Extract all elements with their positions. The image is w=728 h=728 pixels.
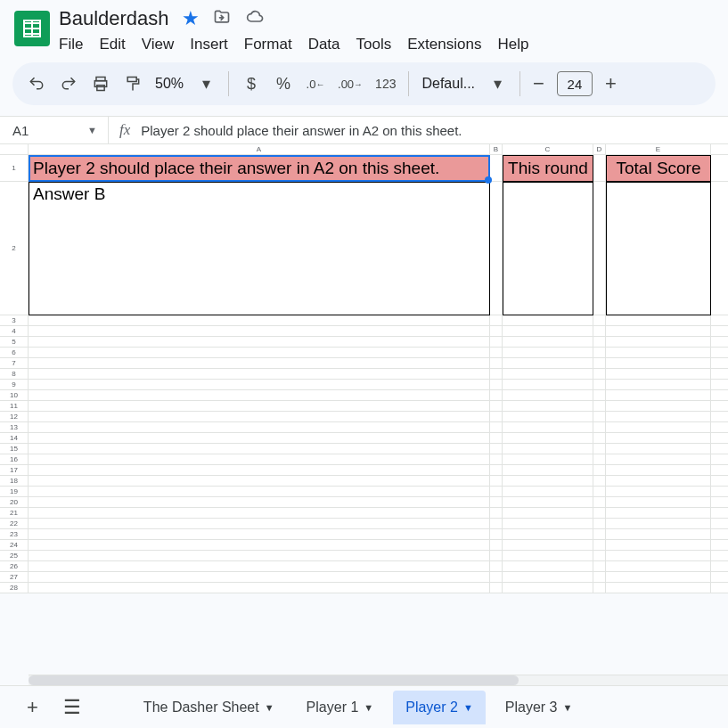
cell-r21-c1[interactable] <box>490 508 503 519</box>
font-family-select[interactable]: Defaul... <box>421 76 475 92</box>
cell-r7-c1[interactable] <box>490 358 503 369</box>
cell-r17-c5[interactable] <box>711 465 728 476</box>
cell-r25-c3[interactable] <box>593 551 606 561</box>
cell-r17-c2[interactable] <box>503 465 593 476</box>
cell-r10-c4[interactable] <box>606 390 711 401</box>
cell-r27-c2[interactable] <box>503 572 593 583</box>
row-header-9[interactable]: 9 <box>0 380 29 390</box>
increase-font-size-button[interactable]: + <box>605 72 617 95</box>
row-header-15[interactable]: 15 <box>0 444 29 454</box>
cell-r27-c3[interactable] <box>593 572 606 583</box>
cell-r8-c2[interactable] <box>503 369 593 380</box>
cell-r14-c2[interactable] <box>503 433 593 444</box>
cell-r9-c1[interactable] <box>490 380 503 390</box>
row-header-3[interactable]: 3 <box>0 315 29 326</box>
menu-extensions[interactable]: Extensions <box>407 36 481 53</box>
cell-r11-c5[interactable] <box>711 401 728 412</box>
increase-decimal-button[interactable]: .00→ <box>338 78 363 91</box>
cell-r19-c4[interactable] <box>606 487 711 497</box>
cell-r17-c4[interactable] <box>606 465 711 476</box>
cell-r3-c5[interactable] <box>711 315 728 326</box>
spreadsheet-grid[interactable]: A B C D E 1 2 34567891011121314151617181… <box>0 144 728 593</box>
menu-insert[interactable]: Insert <box>190 36 228 53</box>
cell-r16-c4[interactable] <box>606 454 711 465</box>
cell-r12-c4[interactable] <box>606 412 711 422</box>
cell-r13-c1[interactable] <box>490 422 503 433</box>
cell-r23-c5[interactable] <box>711 529 728 540</box>
cell-B2[interactable] <box>490 182 503 315</box>
cell-r10-c2[interactable] <box>503 390 593 401</box>
row-header-20[interactable]: 20 <box>0 497 29 508</box>
cell-r19-c3[interactable] <box>593 487 606 497</box>
cell-r22-c3[interactable] <box>593 519 606 529</box>
cell-r12-c0[interactable] <box>29 412 490 422</box>
column-header-E[interactable]: E <box>606 144 711 155</box>
cell-r17-c0[interactable] <box>29 465 490 476</box>
cell-r7-c4[interactable] <box>606 358 711 369</box>
row-header-22[interactable]: 22 <box>0 519 29 529</box>
row-header-6[interactable]: 6 <box>0 348 29 358</box>
cell-r5-c2[interactable] <box>503 337 593 348</box>
cell-r23-c4[interactable] <box>606 529 711 540</box>
cell-r7-c2[interactable] <box>503 358 593 369</box>
column-header-A[interactable]: A <box>29 144 490 155</box>
cell-r28-c3[interactable] <box>593 583 606 593</box>
decrease-font-size-button[interactable]: − <box>533 72 544 95</box>
cell-r24-c1[interactable] <box>490 540 503 551</box>
cell-r24-c5[interactable] <box>711 540 728 551</box>
cell-r22-c0[interactable] <box>29 519 490 529</box>
cell-r27-c4[interactable] <box>606 572 711 583</box>
row-header-26[interactable]: 26 <box>0 561 29 572</box>
cell-r26-c5[interactable] <box>711 561 728 572</box>
percent-button[interactable]: % <box>274 75 293 94</box>
cell-r28-c2[interactable] <box>503 583 593 593</box>
cell-r11-c4[interactable] <box>606 401 711 412</box>
cell-r21-c2[interactable] <box>503 508 593 519</box>
cell-r11-c1[interactable] <box>490 401 503 412</box>
cell-r4-c1[interactable] <box>490 326 503 337</box>
cell-r12-c1[interactable] <box>490 412 503 422</box>
cell-r11-c3[interactable] <box>593 401 606 412</box>
cloud-status-icon[interactable] <box>244 8 266 30</box>
name-box-dropdown-icon[interactable]: ▼ <box>87 125 97 135</box>
cell-r20-c4[interactable] <box>606 497 711 508</box>
sheet-tab-player3[interactable]: Player 3▼ <box>493 691 585 724</box>
menu-data[interactable]: Data <box>308 36 340 53</box>
cell-r22-c5[interactable] <box>711 519 728 529</box>
cell-r19-c0[interactable] <box>29 487 490 497</box>
scrollbar-thumb[interactable] <box>29 675 519 685</box>
cell-r12-c2[interactable] <box>503 412 593 422</box>
cell-D1[interactable] <box>593 155 606 182</box>
cell-F1[interactable] <box>711 155 728 182</box>
cell-r23-c1[interactable] <box>490 529 503 540</box>
cell-r26-c1[interactable] <box>490 561 503 572</box>
chevron-down-icon[interactable]: ▼ <box>364 702 373 713</box>
row-header-21[interactable]: 21 <box>0 508 29 519</box>
cell-r12-c3[interactable] <box>593 412 606 422</box>
sheet-tab-dasher[interactable]: The Dasher Sheet▼ <box>131 691 287 724</box>
row-header-8[interactable]: 8 <box>0 369 29 380</box>
cell-F2[interactable] <box>711 182 728 315</box>
cell-r22-c2[interactable] <box>503 519 593 529</box>
all-sheets-button[interactable]: ☰ <box>54 696 90 719</box>
cell-r21-c3[interactable] <box>593 508 606 519</box>
cell-r6-c4[interactable] <box>606 348 711 358</box>
cell-r28-c1[interactable] <box>490 583 503 593</box>
row-header-5[interactable]: 5 <box>0 337 29 348</box>
cell-r20-c3[interactable] <box>593 497 606 508</box>
cell-r20-c5[interactable] <box>711 497 728 508</box>
row-header-11[interactable]: 11 <box>0 401 29 412</box>
cell-r13-c0[interactable] <box>29 422 490 433</box>
cell-r11-c2[interactable] <box>503 401 593 412</box>
font-dropdown-icon[interactable]: ▾ <box>487 74 507 94</box>
chevron-down-icon[interactable]: ▼ <box>463 702 473 713</box>
cell-r7-c0[interactable] <box>29 358 490 369</box>
cell-r18-c4[interactable] <box>606 476 711 487</box>
cell-r25-c2[interactable] <box>503 551 593 561</box>
name-box[interactable]: A1 ▼ <box>0 117 109 143</box>
cell-r16-c1[interactable] <box>490 454 503 465</box>
cell-C1[interactable]: This round <box>503 155 593 182</box>
cell-r4-c2[interactable] <box>503 326 593 337</box>
row-header-1[interactable]: 1 <box>0 155 29 182</box>
cell-r19-c2[interactable] <box>503 487 593 497</box>
